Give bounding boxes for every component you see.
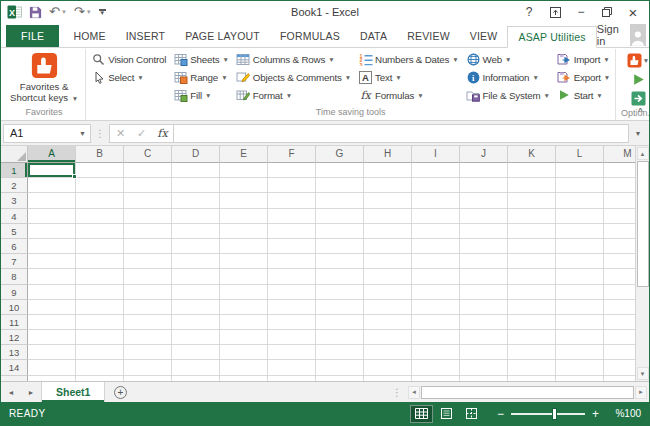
cell-e9[interactable] xyxy=(220,285,268,300)
cell-e13[interactable] xyxy=(220,345,268,360)
cell-g1[interactable] xyxy=(316,163,364,178)
row-header-3[interactable]: 3 xyxy=(1,193,28,208)
cell-g5[interactable] xyxy=(316,224,364,239)
cell-a1[interactable] xyxy=(28,163,76,178)
text-button[interactable]: AText▼ xyxy=(356,68,461,86)
export-button[interactable]: Export▼ xyxy=(555,68,612,86)
cell-i11[interactable] xyxy=(412,315,460,330)
zoom-slider[interactable] xyxy=(511,413,585,415)
qat-redo-button[interactable]: ↷▼ xyxy=(73,6,93,18)
cell-d11[interactable] xyxy=(172,315,220,330)
cell-d14[interactable] xyxy=(172,360,220,375)
scroll-up-icon[interactable]: ▲ xyxy=(637,147,649,160)
page-break-view-button[interactable] xyxy=(460,405,483,423)
cell-d6[interactable] xyxy=(172,239,220,254)
cell-c3[interactable] xyxy=(124,193,172,208)
row-header-5[interactable]: 5 xyxy=(1,224,28,239)
cell-e6[interactable] xyxy=(220,239,268,254)
cell-c8[interactable] xyxy=(124,269,172,284)
cell-i7[interactable] xyxy=(412,254,460,269)
qat-save-button[interactable] xyxy=(28,6,43,19)
cell-g9[interactable] xyxy=(316,285,364,300)
cell-b5[interactable] xyxy=(76,224,124,239)
cell-h7[interactable] xyxy=(364,254,412,269)
cell-l3[interactable] xyxy=(556,193,604,208)
cell-e8[interactable] xyxy=(220,269,268,284)
cell-b14[interactable] xyxy=(76,360,124,375)
cell-d13[interactable] xyxy=(172,345,220,360)
cell-g14[interactable] xyxy=(316,360,364,375)
tab-view[interactable]: VIEW xyxy=(460,25,508,47)
horizontal-scrollbar[interactable]: ◄ ► xyxy=(406,382,649,402)
row-header-4[interactable]: 4 xyxy=(1,209,28,224)
cell-m11[interactable] xyxy=(604,315,635,330)
cell-i5[interactable] xyxy=(412,224,460,239)
cell-b4[interactable] xyxy=(76,209,124,224)
cell-i6[interactable] xyxy=(412,239,460,254)
cell-l5[interactable] xyxy=(556,224,604,239)
cell-j4[interactable] xyxy=(460,209,508,224)
cell-i13[interactable] xyxy=(412,345,460,360)
cell-k6[interactable] xyxy=(508,239,556,254)
cell-c13[interactable] xyxy=(124,345,172,360)
fill-handle[interactable] xyxy=(72,174,77,179)
qat-undo-button[interactable]: ↶▼ xyxy=(48,6,68,18)
cell-g3[interactable] xyxy=(316,193,364,208)
cell-g6[interactable] xyxy=(316,239,364,254)
cancel-button[interactable]: ✕ xyxy=(110,125,131,142)
enter-button[interactable]: ✓ xyxy=(131,125,152,142)
row-header-8[interactable]: 8 xyxy=(1,269,28,284)
run-tool-button[interactable] xyxy=(630,70,647,88)
tab-insert[interactable]: INSERT xyxy=(116,25,176,47)
cell-a11[interactable] xyxy=(28,315,76,330)
cell-k7[interactable] xyxy=(508,254,556,269)
cell-a4[interactable] xyxy=(28,209,76,224)
qat-customize-quick-access-button[interactable]: ▼ xyxy=(98,9,107,16)
cell-a14[interactable] xyxy=(28,360,76,375)
row-header-1[interactable]: 1 xyxy=(1,163,28,178)
tab-formulas[interactable]: FORMULAS xyxy=(270,25,350,47)
cell-d4[interactable] xyxy=(172,209,220,224)
cell-c14[interactable] xyxy=(124,360,172,375)
scrollbar-resize-handle[interactable]: ⋮ xyxy=(388,387,406,398)
tab-data[interactable]: DATA xyxy=(350,25,397,47)
cell-f12[interactable] xyxy=(268,330,316,345)
select-all-corner[interactable] xyxy=(1,146,28,163)
scroll-left-icon[interactable]: ◄ xyxy=(408,386,420,399)
cell-b10[interactable] xyxy=(76,300,124,315)
formula-bar-resize-handle[interactable]: ⋮ xyxy=(91,128,109,139)
cell-e1[interactable] xyxy=(220,163,268,178)
cell-f5[interactable] xyxy=(268,224,316,239)
cell-f9[interactable] xyxy=(268,285,316,300)
zoom-slider-handle[interactable] xyxy=(552,408,557,420)
cell-m10[interactable] xyxy=(604,300,635,315)
cell-k2[interactable] xyxy=(508,178,556,193)
tab-asap-utilities[interactable]: ASAP Utilities xyxy=(507,26,596,48)
row-header-9[interactable]: 9 xyxy=(1,285,28,300)
sheets-button[interactable]: Sheets▼ xyxy=(171,50,231,68)
cell-c7[interactable] xyxy=(124,254,172,269)
cell-j2[interactable] xyxy=(460,178,508,193)
cell-f2[interactable] xyxy=(268,178,316,193)
cell-k12[interactable] xyxy=(508,330,556,345)
cell-j13[interactable] xyxy=(460,345,508,360)
cell-c12[interactable] xyxy=(124,330,172,345)
column-header-i[interactable]: I xyxy=(412,146,460,163)
column-header-a[interactable]: A xyxy=(28,146,76,163)
vision-control-button[interactable]: Vision Control xyxy=(89,50,168,68)
cell-c2[interactable] xyxy=(124,178,172,193)
row-header-10[interactable]: 10 xyxy=(1,300,28,315)
cell-j12[interactable] xyxy=(460,330,508,345)
cell-l8[interactable] xyxy=(556,269,604,284)
cell-b9[interactable] xyxy=(76,285,124,300)
row-header-14[interactable]: 14 xyxy=(1,360,28,375)
scroll-down-icon[interactable]: ▼ xyxy=(637,367,649,380)
cell-d2[interactable] xyxy=(172,178,220,193)
row-header-12[interactable]: 12 xyxy=(1,330,28,345)
format-button[interactable]: Format▼ xyxy=(234,86,353,104)
minimize-button[interactable]: − xyxy=(568,2,594,22)
cell-i2[interactable] xyxy=(412,178,460,193)
vertical-scroll-thumb[interactable] xyxy=(637,161,649,287)
favorites-options-button[interactable]: ▼ xyxy=(625,51,649,69)
cell-b7[interactable] xyxy=(76,254,124,269)
